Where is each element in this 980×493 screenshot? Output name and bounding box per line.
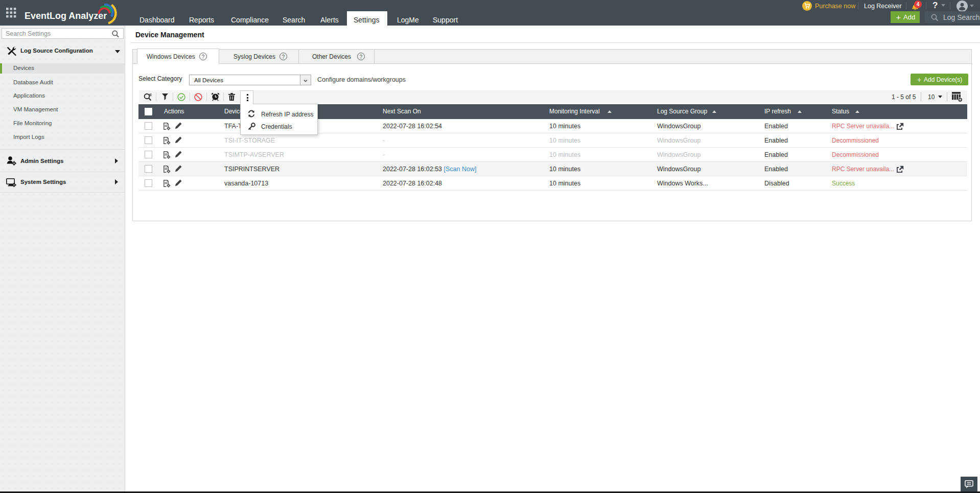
svg-text:4: 4: [917, 2, 920, 7]
